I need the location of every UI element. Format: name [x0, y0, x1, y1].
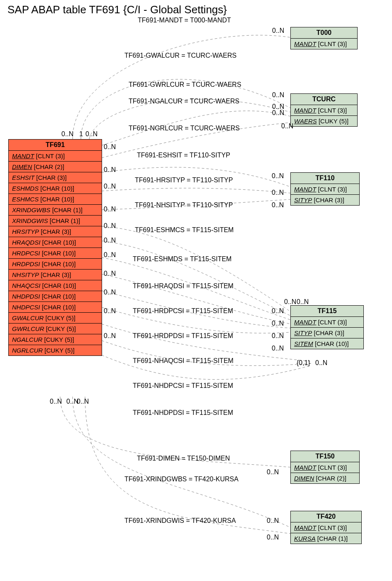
cardinality: 0..N [104, 237, 116, 244]
cardinality: 0..N [272, 109, 284, 117]
cardinality: 0..N [272, 91, 284, 99]
cardinality: 0..N [104, 183, 116, 190]
table-header: T000 [291, 27, 357, 39]
table-row: MANDT [CLNT (3)] [291, 39, 357, 49]
table-row: MANDT [CLNT (3)] [291, 317, 363, 328]
table-row: KURSA [CHAR (1)] [291, 533, 361, 544]
cardinality: 0..N [104, 166, 116, 174]
table-row: WAERS [CUKY (5)] [291, 116, 357, 126]
cardinality: 0..N [104, 289, 116, 296]
cardinality: 0..N [104, 222, 116, 230]
table-row: MANDT [CLNT (3)] [291, 105, 357, 116]
cardinality: {0,1} [297, 359, 310, 367]
cardinality: 0..N [104, 332, 116, 340]
cardinality: 0..N [281, 123, 293, 130]
table-tcurc: TCURC MANDT [CLNT (3)]WAERS [CUKY (5)] [290, 93, 358, 127]
cardinality: 0..N [104, 307, 116, 315]
cardinality: 0..N [267, 517, 279, 525]
cardinality: 0..N [272, 332, 284, 340]
cardinality: 0..N [272, 345, 284, 352]
table-row: NHDPCSI [CHAR (10)] [9, 302, 102, 313]
table-row: MANDT [CLNT (3)] [291, 184, 359, 195]
relation-label: TF691-NHDPDSI = TF115-SITEM [133, 409, 233, 417]
cardinality: 0..N [104, 251, 116, 259]
table-row: NHDPDSI [CHAR (10)] [9, 291, 102, 302]
table-row: SITEM [CHAR (10)] [291, 338, 363, 349]
cardinality: 0..N [61, 130, 73, 138]
cardinality: 0..N [267, 534, 279, 541]
relation-label: TF691-GWALCUR = TCURC-WAERS [124, 52, 236, 59]
relation-label: TF691-NHDPCSI = TF115-SITEM [133, 382, 233, 390]
table-row: HRAQDSI [CHAR (10)] [9, 237, 102, 248]
table-tf110: TF110 MANDT [CLNT (3)]SITYP [CHAR (3)] [290, 172, 360, 206]
cardinality: 0..N [315, 359, 327, 367]
relation-label: TF691-HRSITYP = TF110-SITYP [135, 177, 233, 184]
relation-label: TF691-MANDT = T000-MANDT [138, 17, 231, 24]
relation-label: TF691-NHSITYP = TF110-SITYP [135, 201, 233, 209]
relation-label: TF691-HRDPCSI = TF115-SITEM [133, 307, 233, 315]
table-row: NHSITYP [CHAR (3)] [9, 270, 102, 280]
cardinality: 0..N [104, 270, 116, 277]
table-row: GWALCUR [CUKY (5)] [9, 313, 102, 324]
relation-label: TF691-NHAQCSI = TF115-SITEM [133, 357, 234, 365]
table-header: TF110 [291, 173, 359, 184]
relation-label: TF691-ESHMDS = TF115-SITEM [133, 255, 231, 263]
table-header: TF115 [291, 306, 363, 317]
table-header: TF150 [291, 451, 359, 462]
relation-label: TF691-GWRLCUR = TCURC-WAERS [129, 81, 241, 88]
table-row: HRDPDSI [CHAR (10)] [9, 259, 102, 270]
table-tf420: TF420 MANDT [CLNT (3)]KURSA [CHAR (1)] [290, 511, 362, 544]
cardinality: 0..N [297, 298, 309, 306]
relation-label: TF691-HRDPDSI = TF115-SITEM [133, 332, 233, 340]
relation-label: TF691-NGRLCUR = TCURC-WAERS [129, 125, 240, 132]
table-row: ESHMDS [CHAR (10)] [9, 183, 102, 194]
table-row: MANDT [CLNT (3)] [9, 151, 102, 162]
table-row: NGALCUR [CUKY (5)] [9, 334, 102, 345]
table-row: XRINDGWIS [CHAR (1)] [9, 216, 102, 226]
cardinality: 0..N [272, 27, 284, 34]
relation-label: TF691-NGALCUR = TCURC-WAERS [129, 98, 239, 105]
table-row: SITYP [CHAR (3)] [291, 195, 359, 205]
table-row: NHAQCSI [CHAR (10)] [9, 280, 102, 291]
table-row: GWRLCUR [CUKY (5)] [9, 324, 102, 334]
table-row: HRSITYP [CHAR (3)] [9, 226, 102, 237]
relation-label: TF691-ESHSIT = TF110-SITYP [137, 152, 230, 159]
table-row: DIMEN [CHAR (2)] [9, 162, 102, 172]
cardinality: 0..N [104, 206, 116, 213]
table-row: DIMEN [CHAR (2)] [291, 473, 359, 483]
cardinality: 0..N [272, 307, 284, 315]
table-row: MANDT [CLNT (3)] [291, 522, 361, 533]
table-row: MANDT [CLNT (3)] [291, 462, 359, 473]
cardinality: 0..N [272, 172, 284, 180]
cardinality: 0..N [104, 143, 116, 151]
cardinality: 0..N [77, 398, 89, 405]
table-row: NGRLCUR [CUKY (5)] [9, 345, 102, 355]
table-header: TF691 [9, 140, 102, 151]
cardinality: 0..N [284, 298, 296, 306]
table-tf150: TF150 MANDT [CLNT (3)]DIMEN [CHAR (2)] [290, 451, 360, 484]
table-header: TCURC [291, 94, 357, 105]
relation-label: TF691-DIMEN = TF150-DIMEN [137, 455, 230, 462]
table-row: XRINDGWBS [CHAR (1)] [9, 205, 102, 216]
cardinality: 1 [79, 130, 83, 138]
relation-label: TF691-HRAQDSI = TF115-SITEM [133, 282, 234, 290]
cardinality: 0..N [272, 320, 284, 327]
cardinality: 0..N [85, 130, 97, 138]
cardinality: 0..N [272, 201, 284, 209]
table-row: ESHMCS [CHAR (10)] [9, 194, 102, 205]
table-tf115: TF115 MANDT [CLNT (3)]SITYP [CHAR (3)]SI… [290, 305, 364, 349]
relation-label: TF691-ESHMCS = TF115-SITEM [135, 226, 234, 234]
cardinality: 0..N [267, 468, 279, 476]
table-header: TF420 [291, 511, 361, 522]
table-tf691: TF691 MANDT [CLNT (3)]DIMEN [CHAR (2)]ES… [8, 139, 102, 356]
cardinality: 0..N [50, 398, 62, 405]
table-row: HRDPCSI [CHAR (10)] [9, 248, 102, 259]
table-t000: T000 MANDT [CLNT (3)] [290, 27, 358, 49]
table-row: ESHSIT [CHAR (3)] [9, 172, 102, 183]
relation-label: TF691-XRINDGWIS = TF420-KURSA [124, 517, 236, 525]
cardinality: 0..N [272, 189, 284, 196]
table-row: SITYP [CHAR (3)] [291, 328, 363, 338]
relation-label: TF691-XRINDGWBS = TF420-KURSA [124, 476, 239, 483]
page-title: SAP ABAP table TF691 {C/I - Global Setti… [7, 3, 227, 16]
